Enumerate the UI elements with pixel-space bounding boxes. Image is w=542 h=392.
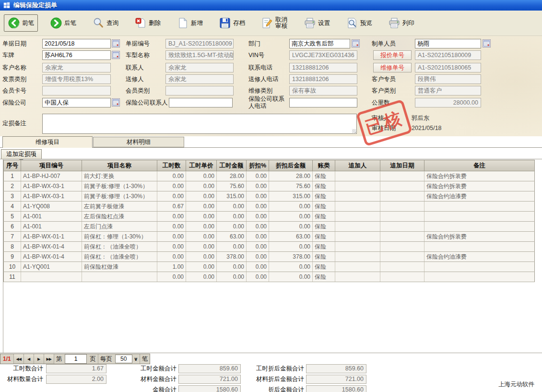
grid-cell[interactable]: 0.00 (186, 242, 217, 252)
grid-row[interactable]: 4A1-YQ008左前翼子板做漆0.670.000.000.000.00保险 (4, 202, 535, 212)
toolbar-button-printer[interactable]: 列印 (384, 14, 418, 32)
grid-cell[interactable]: 0.00 (217, 202, 247, 212)
grid-cell[interactable]: 0.00 (186, 202, 217, 212)
grid-cell[interactable]: 9 (4, 252, 21, 262)
grid-row[interactable]: 5A1-001左后保险杠点漆0.000.000.000.000.00保险 (4, 212, 535, 222)
grid-cell[interactable]: 0.00 (186, 262, 217, 272)
last-page-button[interactable]: ▶▶ (44, 354, 54, 364)
grid-cell[interactable]: A1-BP-WX-03-1 (21, 191, 82, 202)
grid-cell[interactable]: 0.00 (269, 202, 313, 212)
per-page-select[interactable]: 50 (115, 355, 132, 363)
grid-column-header[interactable]: 账类 (313, 160, 335, 171)
grid-cell[interactable]: 保险 (313, 212, 335, 222)
grid-cell[interactable] (380, 262, 424, 272)
grid-cell[interactable] (335, 202, 380, 212)
grid-cell[interactable]: 0.00 (269, 262, 313, 272)
grid-cell[interactable]: 0.00 (186, 212, 217, 222)
toolbar-button-preview[interactable]: 预览 (342, 14, 376, 32)
grid-cell[interactable] (424, 272, 535, 282)
grid-cell[interactable]: 保险 (313, 181, 335, 191)
grid-cell[interactable]: 0.00 (217, 242, 247, 252)
grid-column-header[interactable]: 追加人 (335, 160, 380, 171)
grid-cell[interactable]: 0.00 (157, 232, 186, 242)
grid-cell[interactable]: 保险合约拆装费 (424, 232, 535, 242)
grid-cell[interactable]: 0.00 (217, 262, 247, 272)
grid-row[interactable]: 3A1-BP-WX-03-1前翼子板:修理（1-30%）0.000.00315.… (4, 191, 535, 202)
dept-picker-icon[interactable] (352, 39, 360, 48)
toolbar-button-cancel-audit[interactable]: 取消审核 (257, 14, 292, 32)
grid-cell[interactable] (424, 212, 535, 222)
grid-cell[interactable]: 315.00 (269, 191, 313, 202)
dept-input[interactable] (289, 39, 350, 48)
grid-cell[interactable] (335, 212, 380, 222)
grid-column-header[interactable]: 折扣后金额 (269, 160, 313, 171)
grid-cell[interactable] (380, 202, 424, 212)
grid-cell[interactable]: 3 (4, 191, 21, 202)
grid-cell[interactable]: 8 (4, 242, 21, 252)
first-page-button[interactable]: ◀◀ (13, 354, 24, 364)
grid-cell[interactable]: 5 (4, 212, 21, 222)
insurer-picker-icon[interactable] (112, 98, 120, 107)
grid-cell[interactable] (380, 222, 424, 232)
prev-page-button[interactable]: ◀ (24, 354, 34, 364)
grid-cell[interactable] (424, 202, 535, 212)
grid-column-header[interactable]: 工时数 (157, 160, 186, 171)
grid-row[interactable]: 10A1-YQ001前保险杠做漆1.000.000.000.000.00保险 (4, 262, 535, 272)
clerk-input[interactable] (415, 39, 481, 48)
grid-cell[interactable]: 前翼子板:修理（1-30%） (82, 181, 157, 191)
grid-cell[interactable]: 0.00 (247, 171, 269, 181)
toolbar-button-prev-record[interactable]: 前笔 (4, 14, 38, 32)
grid-cell[interactable]: 75.60 (269, 181, 313, 191)
grid-cell[interactable]: 7 (4, 232, 21, 242)
grid-cell[interactable]: A1-YQ008 (21, 202, 82, 212)
grid-cell[interactable]: A1-YQ001 (21, 262, 82, 272)
grid-cell[interactable]: 0.00 (157, 222, 186, 232)
grid-cell[interactable]: 1 (4, 171, 21, 181)
grid-cell[interactable]: 前翼子板:修理（1-30%） (82, 191, 157, 202)
plate-input[interactable] (42, 50, 111, 60)
grid-column-header[interactable]: 工时单价 (186, 160, 217, 171)
grid-cell[interactable] (335, 222, 380, 232)
grid-cell[interactable]: 63.00 (269, 232, 313, 242)
insurer-contact-input[interactable] (169, 98, 233, 107)
grid-cell[interactable] (335, 272, 380, 282)
grid-column-header[interactable]: 项目名称 (82, 160, 157, 171)
grid-cell[interactable] (335, 252, 380, 262)
grid-cell[interactable]: 保险 (313, 191, 335, 202)
grid-cell[interactable]: A1-BP-WX-01-1 (21, 232, 82, 242)
grid-cell[interactable]: 左后门点漆 (82, 222, 157, 232)
grid-cell[interactable]: 0.67 (157, 202, 186, 212)
plate-picker-icon[interactable] (112, 51, 120, 59)
grid-cell[interactable] (380, 252, 424, 262)
grid-cell[interactable]: 0.00 (157, 171, 186, 181)
grid-cell[interactable]: 0.00 (247, 242, 269, 252)
grid-cell[interactable]: 0.00 (186, 191, 217, 202)
remark-resize-grip[interactable] (352, 129, 356, 133)
grid-cell[interactable] (424, 222, 535, 232)
grid-column-header[interactable]: 追加日期 (380, 160, 424, 171)
grid-cell[interactable] (380, 242, 424, 252)
grid-cell[interactable]: 前保杠：修理（1-30%） (82, 232, 157, 242)
grid-cell[interactable]: 0.00 (247, 202, 269, 212)
next-page-button[interactable]: ▶ (34, 354, 44, 364)
grid-cell[interactable] (335, 191, 380, 202)
grid-cell[interactable]: 0.00 (186, 272, 217, 282)
grid-cell[interactable] (82, 272, 157, 282)
repair-no-button[interactable]: 维修单号 (373, 63, 412, 72)
grid-cell[interactable]: 保险 (313, 262, 335, 272)
quote-no-button[interactable]: 报价单号 (373, 50, 412, 60)
grid-cell[interactable]: 保险 (313, 242, 335, 252)
toolbar-button-next-record[interactable]: 后笔 (46, 14, 80, 32)
grid-column-header[interactable]: 项目编号 (21, 160, 82, 171)
grid-cell[interactable]: 保险合约拆装费 (424, 181, 535, 191)
grid-column-header[interactable]: 折扣% (247, 160, 269, 171)
grid-cell[interactable]: 0.00 (247, 262, 269, 272)
grid-cell[interactable]: 前大灯:更换 (82, 171, 157, 181)
remark-textarea[interactable] (42, 114, 357, 134)
grid-column-header[interactable]: 序号 (4, 160, 21, 171)
grid-cell[interactable]: 6 (4, 222, 21, 232)
grid-cell[interactable]: 0.00 (247, 232, 269, 242)
grid-cell[interactable]: 0.00 (157, 252, 186, 262)
grid-row[interactable]: 2A1-BP-WX-03-1前翼子板:修理（1-30%）0.000.0075.6… (4, 181, 535, 191)
grid-cell[interactable]: 0.00 (157, 191, 186, 202)
